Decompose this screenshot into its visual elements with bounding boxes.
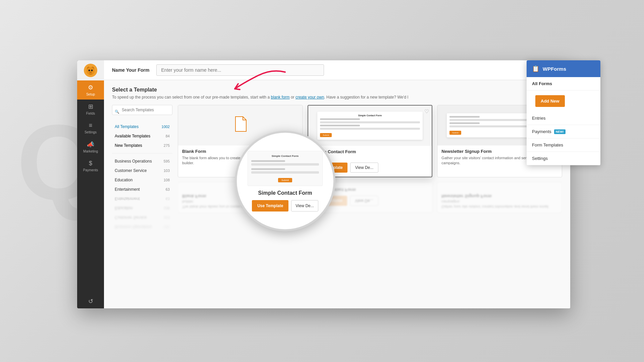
magnifier-field-name-input <box>251 163 319 166</box>
filter-category-business[interactable]: Business Operations 595 <box>112 157 172 166</box>
templates-grid: Blank Form The blank form allows you to … <box>178 105 562 296</box>
simple-contact-title: Simple Contact Form <box>312 149 428 154</box>
wpforms-menu-entries[interactable]: Entries <box>527 112 600 125</box>
blank-form-icon <box>233 116 247 135</box>
filter-available-templates[interactable]: Available Templates 84 <box>112 132 172 140</box>
simple-contact-form-preview: Simple Contact Form Submit <box>317 112 422 140</box>
search-wrapper <box>112 105 172 118</box>
form-templates-label: Form Templates <box>532 142 563 147</box>
filter-all-templates[interactable]: All Templates 1002 <box>112 122 172 131</box>
content-body: Select a Template To speed up the proces… <box>104 80 570 308</box>
payments-label: Payments <box>532 129 551 134</box>
select-template-desc: To speed up the process you can select f… <box>112 95 562 100</box>
simple-contact-preview: ♡ Simple Contact Form Submit <box>308 106 432 146</box>
settings-icon: ≡ <box>89 122 93 129</box>
filter-all-label: All Templates <box>115 124 139 129</box>
wpforms-panel-title: WPForms <box>543 66 566 72</box>
preview-field-name-label <box>320 118 360 120</box>
blank-form-link[interactable]: blank form <box>271 95 290 100</box>
filter-category-customer-r: Customer Service 103 <box>112 213 172 222</box>
magnifier-field-name <box>251 160 285 162</box>
sidebar-item-settings-label: Settings <box>85 130 97 134</box>
category-education-count: 108 <box>164 178 170 182</box>
category-business-label: Business Operations <box>115 159 152 164</box>
payments-icon: $ <box>89 160 92 167</box>
svg-point-3 <box>87 67 95 75</box>
filter-available-count: 84 <box>166 134 170 138</box>
filter-panel: All Templates 1002 Available Templates 8… <box>112 105 172 296</box>
category-customer-count: 103 <box>164 169 170 173</box>
filter-new-count: 275 <box>164 143 170 147</box>
history-icon: ↺ <box>88 298 93 305</box>
wpforms-logo-icon: 📋 <box>532 65 539 72</box>
sidebar-item-marketing[interactable]: 📣 Marketing <box>77 137 104 157</box>
category-entertainment-count: 63 <box>166 187 170 191</box>
header-bar: Name Your Form <box>104 60 570 80</box>
search-templates-input[interactable] <box>112 105 172 115</box>
sidebar-item-payments-label: Payments <box>83 168 98 172</box>
preview-field-name <box>320 121 420 123</box>
newsletter-preview-label2 <box>449 122 480 124</box>
filter-category-entertainment[interactable]: Entertainment 63 <box>112 185 172 194</box>
filter-category-customer[interactable]: Customer Service 103 <box>112 166 172 175</box>
sidebar-item-payments[interactable]: $ Payments <box>77 157 104 175</box>
preview-form-title: Simple Contact Form <box>320 114 420 117</box>
magnifier-field-email-input <box>251 171 319 174</box>
wpforms-panel: 📋 WPForms All Forms Add New Entries Paym… <box>527 60 600 165</box>
newsletter-card-r: Gather your site visitors' contact infor… <box>437 182 562 213</box>
view-demo-button[interactable]: View De... <box>350 163 378 173</box>
sidebar-item-setup-label: Setup <box>86 93 95 96</box>
sidebar-item-fields-label: Fields <box>86 112 95 115</box>
svg-point-5 <box>91 70 93 71</box>
create-own-link[interactable]: create your own <box>296 95 324 100</box>
filter-category-entertainment-r: Entertainment 63 <box>112 194 172 203</box>
newsletter-preview-label1 <box>449 116 480 118</box>
entries-label: Entries <box>532 116 545 121</box>
fields-icon: ⊞ <box>88 103 93 110</box>
category-education-label: Education <box>115 178 132 182</box>
magnifier-view-demo-button[interactable]: View De... <box>291 200 318 212</box>
all-forms-label: All Forms <box>532 81 552 86</box>
heart-icon[interactable]: ♡ <box>424 108 429 115</box>
filter-new-label: New Templates <box>115 143 142 148</box>
sidebar-item-setup[interactable]: ⚙ Setup <box>77 80 104 100</box>
filter-category-business-r: Business Operations 595 <box>112 223 172 231</box>
newsletter-preview-btn: Submit <box>449 131 461 135</box>
wpforms-header: 📋 WPForms <box>527 60 600 77</box>
form-name-label: Name Your Form <box>112 67 150 73</box>
add-new-button[interactable]: Add New <box>535 95 565 107</box>
sidebar-logo <box>77 60 104 80</box>
content-area: Name Your Form Select a Template To spee… <box>104 60 570 308</box>
sidebar-item-marketing-label: Marketing <box>83 149 98 153</box>
wpforms-dog-logo <box>83 63 98 78</box>
settings-label: Settings <box>532 156 548 161</box>
marketing-icon: 📣 <box>87 141 94 148</box>
wpforms-menu-settings[interactable]: Settings <box>527 152 600 165</box>
sidebar-item-history[interactable]: ↺ <box>77 294 104 308</box>
category-entertainment-label: Entertainment <box>115 187 140 192</box>
preview-field-email-label <box>320 125 360 126</box>
filter-new-templates[interactable]: New Templates 275 <box>112 141 172 150</box>
preview-field-email <box>320 128 420 130</box>
form-name-input[interactable] <box>156 64 324 76</box>
sidebar-item-fields[interactable]: ⊞ Fields <box>77 100 104 119</box>
magnifier-buttons: Use Template View De... <box>252 200 318 212</box>
wpforms-menu-form-templates[interactable]: Form Templates <box>527 138 600 152</box>
templates-layout: All Templates 1002 Available Templates 8… <box>112 105 562 296</box>
wpforms-menu: All Forms Add New Entries Payments NEW! … <box>527 77 600 165</box>
filter-available-label: Available Templates <box>115 134 150 138</box>
magnifier-overlay: Simple Contact Form Submit Simple Contac… <box>235 131 335 231</box>
category-customer-label: Customer Service <box>115 168 147 173</box>
magnifier-title: Simple Contact Form <box>258 190 312 196</box>
setup-icon: ⚙ <box>88 84 93 91</box>
select-template-title: Select a Template <box>112 87 562 93</box>
filter-divider <box>112 153 172 154</box>
view-demo-button-r: View De... <box>350 196 378 206</box>
filter-category-education[interactable]: Education 108 <box>112 176 172 184</box>
magnifier-use-template-button[interactable]: Use Template <box>252 200 288 212</box>
wpforms-menu-payments[interactable]: Payments NEW! <box>527 125 600 138</box>
sidebar: ⚙ Setup ⊞ Fields ≡ Settings 📣 Marketing … <box>77 60 104 308</box>
sidebar-item-settings[interactable]: ≡ Settings <box>77 119 104 137</box>
wpforms-menu-all-forms[interactable]: All Forms <box>527 77 600 90</box>
filter-category-education-r: Education 108 <box>112 204 172 213</box>
